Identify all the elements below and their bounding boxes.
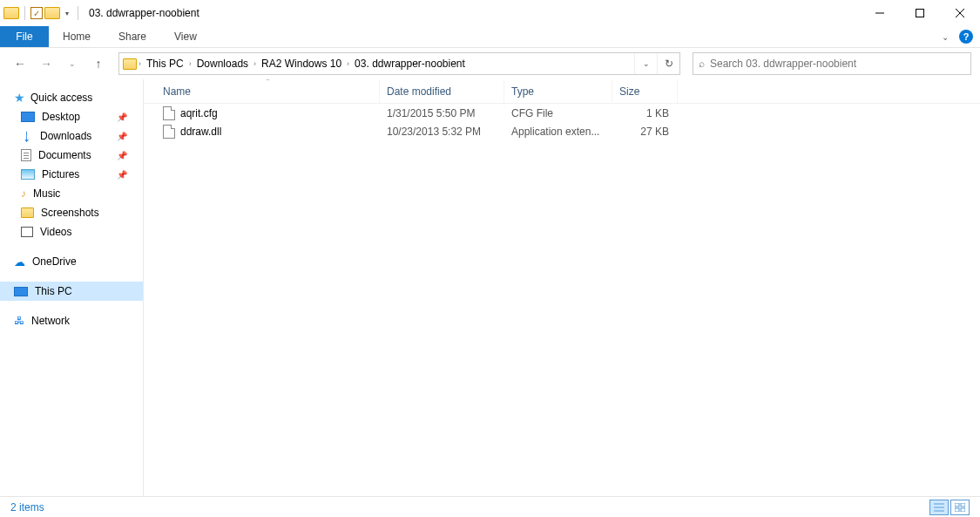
file-row[interactable]: ddraw.dll 10/23/2013 5:32 PM Application…	[144, 122, 980, 140]
separator	[24, 6, 25, 20]
quick-access-header[interactable]: ★ Quick access	[0, 88, 143, 107]
crumb-ra2[interactable]: RA2 Windows 10	[258, 58, 345, 70]
navigation-row: ← → ⌄ ↑ › This PC › Downloads › RA2 Wind…	[0, 48, 980, 79]
title-bar: ✓ ▾ 03. ddwrapper-noobient	[0, 0, 980, 26]
navitem-music[interactable]: ♪ Music	[0, 184, 143, 203]
ribbon: File Home Share View ⌄ ?	[0, 26, 980, 48]
maximize-icon	[916, 9, 924, 17]
documents-icon	[21, 149, 31, 161]
file-date: 10/23/2013 5:32 PM	[380, 126, 504, 138]
details-view-icon	[934, 503, 944, 512]
svg-rect-7	[955, 503, 959, 507]
network-icon: 🖧	[14, 315, 24, 327]
navitem-documents[interactable]: Documents 📌	[0, 146, 143, 165]
search-box[interactable]: ⌕	[693, 52, 971, 75]
tab-view[interactable]: View	[160, 26, 211, 47]
file-icon	[163, 106, 175, 120]
chevron-right-icon: ›	[137, 59, 143, 68]
back-button[interactable]: ←	[9, 52, 31, 75]
navitem-desktop[interactable]: Desktop 📌	[0, 107, 143, 126]
svg-rect-9	[955, 508, 959, 512]
pictures-icon	[21, 169, 35, 180]
navigation-pane: ★ Quick access Desktop 📌 ⭣ Downloads 📌 D…	[0, 79, 144, 496]
file-icon	[163, 125, 175, 139]
maximize-button[interactable]	[900, 0, 940, 26]
column-type[interactable]: Type	[504, 79, 612, 103]
svg-rect-10	[961, 508, 965, 512]
expand-ribbon-icon[interactable]: ⌄	[938, 32, 952, 42]
pin-icon: 📌	[117, 112, 127, 122]
crumb-thispc[interactable]: This PC	[143, 58, 187, 70]
view-details-button[interactable]	[929, 500, 949, 515]
file-name: aqrit.cfg	[180, 107, 218, 119]
up-button[interactable]: ↑	[87, 52, 110, 75]
separator	[78, 6, 78, 20]
navitem-videos[interactable]: Videos	[0, 222, 143, 241]
folder-icon	[21, 207, 34, 218]
window-title: 03. ddwrapper-noobient	[89, 7, 199, 19]
tab-home[interactable]: Home	[49, 26, 105, 47]
navitem-onedrive[interactable]: ☁ OneDrive	[0, 252, 143, 271]
pin-icon: 📌	[117, 132, 127, 141]
desktop-icon	[21, 112, 35, 122]
quick-access-icon: ★	[14, 91, 25, 105]
large-view-icon	[955, 503, 965, 512]
navitem-thispc[interactable]: This PC	[0, 282, 143, 301]
file-size: 1 KB	[612, 107, 678, 119]
file-list-pane: Name ⌃ Date modified Type Size aqrit.cfg…	[144, 79, 980, 496]
pin-icon: 📌	[117, 151, 127, 160]
minimize-button[interactable]	[860, 0, 900, 26]
refresh-button[interactable]: ↻	[657, 53, 679, 74]
forward-button[interactable]: →	[35, 52, 57, 75]
svg-rect-8	[961, 503, 965, 507]
recent-locations-button[interactable]: ⌄	[61, 52, 84, 75]
navitem-network[interactable]: 🖧 Network	[0, 311, 143, 330]
onedrive-icon: ☁	[14, 255, 25, 269]
thispc-icon	[14, 287, 28, 296]
close-icon	[956, 9, 964, 17]
quick-access-label: Quick access	[30, 92, 92, 104]
sort-asc-icon: ⌃	[265, 79, 271, 85]
file-date: 1/31/2015 5:50 PM	[380, 107, 504, 119]
close-button[interactable]	[940, 0, 980, 26]
column-date[interactable]: Date modified	[380, 79, 504, 103]
file-size: 27 KB	[612, 126, 678, 138]
column-name[interactable]: Name ⌃	[156, 79, 380, 103]
music-icon: ♪	[21, 187, 26, 200]
navitem-downloads[interactable]: ⭣ Downloads 📌	[0, 126, 143, 146]
address-dropdown-button[interactable]: ⌄	[634, 53, 657, 74]
file-type: Application exten...	[504, 126, 612, 138]
navitem-screenshots[interactable]: Screenshots	[0, 203, 143, 222]
help-button[interactable]: ?	[959, 30, 973, 44]
address-folder-icon	[123, 58, 137, 70]
body: ★ Quick access Desktop 📌 ⭣ Downloads 📌 D…	[0, 79, 980, 496]
chevron-right-icon[interactable]: ›	[252, 59, 258, 68]
view-large-button[interactable]	[950, 500, 970, 515]
qat-properties-icon[interactable]: ✓	[30, 7, 43, 19]
status-item-count: 2 items	[10, 501, 44, 514]
navitem-pictures[interactable]: Pictures 📌	[0, 165, 143, 184]
pin-icon: 📌	[117, 170, 127, 180]
chevron-right-icon[interactable]: ›	[345, 59, 351, 68]
file-type: CFG File	[504, 107, 612, 119]
chevron-right-icon[interactable]: ›	[187, 59, 193, 68]
qat-newfolder-icon[interactable]	[44, 7, 60, 19]
address-bar[interactable]: › This PC › Downloads › RA2 Windows 10 ›…	[118, 52, 680, 75]
crumb-current[interactable]: 03. ddwrapper-noobient	[351, 58, 469, 70]
search-icon: ⌕	[699, 58, 705, 70]
crumb-downloads[interactable]: Downloads	[193, 58, 252, 70]
file-name: ddraw.dll	[180, 126, 221, 138]
status-bar: 2 items	[0, 496, 980, 517]
file-tab[interactable]: File	[0, 26, 49, 47]
file-row[interactable]: aqrit.cfg 1/31/2015 5:50 PM CFG File 1 K…	[144, 104, 980, 122]
search-input[interactable]	[710, 58, 970, 70]
minimize-icon	[875, 9, 884, 17]
videos-icon	[21, 227, 33, 237]
downloads-icon: ⭣	[21, 129, 33, 143]
tab-share[interactable]: Share	[105, 26, 160, 47]
svg-rect-1	[916, 10, 924, 17]
column-size[interactable]: Size	[612, 79, 678, 103]
qat-customize-icon[interactable]: ▾	[62, 10, 72, 17]
column-headers: Name ⌃ Date modified Type Size	[144, 79, 980, 104]
app-folder-icon	[3, 7, 19, 19]
